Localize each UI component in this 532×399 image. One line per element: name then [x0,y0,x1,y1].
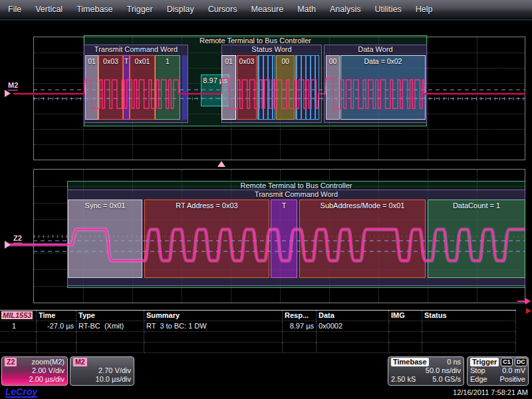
menu-measure[interactable]: Measure [251,5,283,14]
tx-tr-field: T [123,55,130,120]
status-bits-field-a [257,55,275,120]
lower-message-title: Remote Terminal to Bus Controller [67,182,525,190]
row1-summary[interactable]: RT 3 to BC: 1 DW [144,321,283,332]
z2-tdiv: 2.00 µs/div [29,375,65,384]
row1-resp[interactable]: 8.97 µs [283,321,317,332]
m2-descriptor-box[interactable]: M2 2.70 V/div 10.0 µs/div [70,356,134,386]
m2-trace-label: M2 [8,81,18,90]
trigger-mode: Stop [470,366,485,375]
upper-status-word-title: Status Word [221,45,322,53]
zoom-datacount-field: DataCount = 1 [428,200,525,278]
tx-subaddress-field: 0x01 [130,55,155,120]
menu-bar: File Vertical Timebase Trigger Display C… [0,0,532,19]
decode-table: MIL1553 Time Type Summary Resp... Data I… [0,310,516,353]
empty-cell [76,332,144,342]
menu-trigger[interactable]: Trigger [127,5,153,14]
menu-file[interactable]: File [8,5,21,14]
table-protocol-header: MIL1553 [0,311,37,321]
tx-datacount-field: 1 [155,55,180,120]
data-value-field: Data = 0x02 [340,55,426,120]
menu-display[interactable]: Display [167,5,194,14]
timebase-title: Timebase [391,358,429,366]
col-summary: Summary [144,311,283,321]
col-img: IMG [389,311,422,321]
datetime-stamp: 12/16/2011 7:58:21 AM [453,388,528,396]
data-sync-field: 00 [326,55,340,120]
empty-cell [389,332,422,342]
menu-divider [0,19,532,21]
oscilloscope-screen: File Vertical Timebase Trigger Display C… [0,0,532,399]
row1-status[interactable] [422,321,516,332]
upper-message-title: Remote Terminal to Bus Controller [84,37,427,45]
menu-math[interactable]: Math [297,5,316,14]
m2-badge: M2 [73,358,87,366]
empty-cell [389,342,422,353]
zoom-sync-field: Sync = 0x01 [68,200,142,278]
trigger-box[interactable]: Trigger C1 DC Stop 0.0 mV Edge Positive [467,356,529,386]
empty-cell [422,342,516,353]
row1-type[interactable]: RT-BC (Xmit) [76,321,144,332]
menu-timebase[interactable]: Timebase [76,5,112,14]
row1-time[interactable]: -27.0 µs [37,321,76,332]
lecroy-logo: LeCroy [5,387,37,398]
empty-cell [37,342,76,353]
table-scroll-arrow [526,308,531,314]
tx-end-marker [182,55,188,120]
timebase-delay: 0 ns [447,358,461,366]
z2-position-marker [5,241,11,249]
z2-badge: Z2 [5,358,17,366]
m2-tdiv: 10.0 µs/div [96,375,131,384]
col-resp: Resp... [283,311,317,321]
row1-img[interactable] [389,321,422,332]
timebase-box[interactable]: Timebase 0 ns 50.0 ns/div 2.50 kS 5.0 GS… [388,356,464,386]
row1-data[interactable]: 0x0002 [317,321,389,332]
empty-cell [0,332,37,342]
m2-vdiv: 2.70 V/div [98,366,131,375]
col-status: Status [422,311,516,321]
col-time: Time [37,311,76,321]
trigger-position-marker[interactable] [217,161,225,167]
menu-cursors[interactable]: Cursors [208,5,237,14]
empty-cell [422,332,516,342]
empty-cell [283,342,317,353]
protocol-badge[interactable]: MIL1553 [1,311,33,319]
trigger-title: Trigger [470,358,499,366]
col-type: Type [76,311,144,321]
status-rtaddress-field: 0x03 [237,55,257,120]
upper-tx-word-title: Transmit Command Word [84,45,188,53]
z2-source: zoom(M2) [31,358,65,366]
tx-rtaddress-field: 0x03 [98,55,123,120]
tx-sync-field: 01 [85,55,98,120]
empty-cell [37,332,76,342]
empty-cell [144,332,283,342]
col-data: Data [317,311,389,321]
timebase-tdiv: 50.0 ns/div [426,366,461,375]
trigger-level: 0.0 mV [502,366,525,375]
lower-word-title: Transmit Command Word [67,190,525,198]
timebase-samples: 2.50 kS [391,375,416,384]
empty-cell [0,342,37,353]
status-bits-field-b [295,55,319,120]
status-flags-field: 00 [276,55,295,120]
status-sync-field: 01 [221,55,236,120]
empty-cell [283,332,317,342]
row1-index[interactable]: 1 [0,321,37,332]
menu-help[interactable]: Help [416,5,433,14]
menu-analysis[interactable]: Analysis [330,5,361,14]
empty-cell [76,342,144,353]
m2-position-marker [5,90,11,97]
upper-data-word-title: Data Word [324,45,427,53]
trigger-kind: Edge [470,375,487,384]
z2-descriptor-box[interactable]: Z2 zoom(M2) 2.00 V/div 2.00 µs/div [1,356,68,386]
zoom-rtaddress-field: RT Address = 0x03 [144,200,269,278]
menu-utilities[interactable]: Utilities [374,5,401,14]
empty-cell [317,332,389,342]
trigger-coupling-badge: DC [515,358,527,366]
menu-vertical[interactable]: Vertical [35,5,63,14]
zoom-tr-field: T [271,200,297,278]
zoom-subaddress-field: SubAddress/Mode = 0x01 [299,200,426,278]
trigger-source-badge: C1 [501,358,513,366]
trigger-slope: Positive [499,375,525,384]
timebase-rate: 5.0 GS/s [432,375,461,384]
z2-trace-label: Z2 [13,234,22,243]
